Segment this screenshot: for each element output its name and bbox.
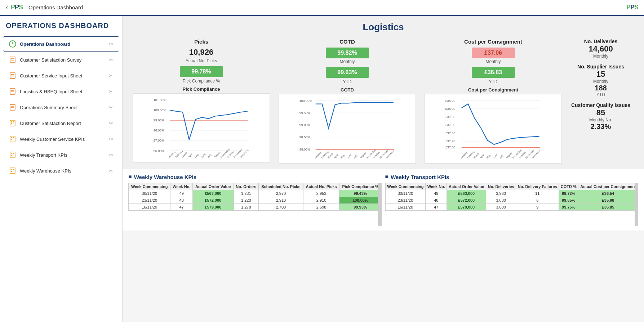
wt-order-value-0: £563,000 (447, 190, 486, 197)
picks-title: Picks (133, 39, 270, 45)
ww-col-actual-picks: Actual No. Picks (303, 183, 339, 190)
weekly-transport-table-wrapper: Week Commencing Week No. Actual Order Va… (385, 183, 639, 226)
dashboard-icon (9, 40, 16, 48)
cost-chart-svg: £38.20 £38.00 £37.80 £37.60 £37.40 £37.2… (426, 96, 560, 161)
svg-text:August: August (214, 151, 221, 158)
svg-rect-22 (11, 153, 12, 154)
cost-badge2: £36.83 (472, 67, 515, 78)
menu-toggle[interactable]: ‹ (6, 4, 8, 11)
sidebar-item-operations-dashboard[interactable]: Operations Dashboard ✂ (3, 36, 119, 52)
cotd-chart-title: COTD (279, 87, 416, 93)
no-supplier-issues-monthly-value: 15 (568, 70, 633, 79)
svg-text:June: June (493, 153, 498, 159)
sidebar-item-label-0: Operations Dashboard (20, 41, 109, 47)
edit-icon-1: ✂ (109, 57, 113, 63)
cotd-badge2-label: YTD (279, 79, 416, 84)
wt-week-no-2: 47 (426, 204, 447, 211)
ww-actual-picks-0: 2,953 (303, 190, 339, 197)
sidebar-item-operations-summary[interactable]: Operations Summary Sheet ✂ (3, 100, 119, 115)
weekly-transport-table: Week Commencing Week No. Actual Order Va… (385, 183, 639, 211)
wt-cost-per-2: £36.85 (578, 204, 638, 211)
ww-actual-picks-1: 2,910 (303, 197, 339, 204)
ww-week-no-2: 47 (170, 204, 193, 211)
ww-sched-picks-0: 2,970 (259, 190, 303, 197)
wt-cost-per-0: £36.54 (578, 190, 638, 197)
svg-text:April: April (334, 153, 339, 159)
wt-cotd-2: 99.75% (559, 204, 578, 211)
customer-quality-monthly-value: 85 (568, 108, 633, 117)
ww-sched-picks-2: 2,700 (259, 204, 303, 211)
svg-text:£37.00: £37.00 (445, 146, 456, 149)
svg-text:August: August (506, 152, 513, 159)
sidebar-item-customer-service-input-sheet[interactable]: Customer Service Input Sheet ✂ (3, 68, 119, 83)
charts-three: Picks 10,926 Actual No. Picks 99.78% Pic… (130, 39, 565, 164)
svg-rect-19 (11, 139, 12, 140)
cost-chart-title: Cost per Consignment (425, 87, 562, 93)
table-row: 23/11/20 48 £572,000 3,880 6 99.85% £35.… (385, 197, 638, 204)
svg-rect-23 (11, 155, 12, 156)
svg-text:April: April (480, 153, 485, 159)
table-row: 23/11/20 48 £572,000 1,220 2,910 2,910 1… (129, 197, 382, 204)
transport-scrollbar[interactable] (635, 183, 638, 226)
svg-text:96.00%: 96.00% (154, 149, 165, 153)
wt-cost-per-1: £35.98 (578, 197, 638, 204)
cost-column: Cost per Consignment £37.06 Monthly £36.… (422, 39, 565, 164)
content-area: Logistics Picks 10,926 Actual No. Picks … (123, 16, 644, 322)
svg-text:June: June (201, 153, 206, 158)
ww-col-week-no: Week No. (170, 183, 193, 190)
weekly-cs-icon (9, 135, 16, 143)
ww-week-commencing-2: 16/11/20 (129, 204, 170, 211)
cotd-chart-svg: 100.00% 99.50% 99.00% 98.50% 98.00% (280, 96, 414, 161)
wt-order-value-1: £572,000 (447, 197, 486, 204)
table-row: 30/11/20 49 £563,000 3,960 11 99.72% £36… (385, 190, 638, 197)
sidebar-item-weekly-cs-kpis[interactable]: Weekly Customer Service KPIs ✂ (3, 131, 119, 147)
svg-text:£37.20: £37.20 (445, 139, 456, 143)
svg-text:98.50%: 98.50% (299, 135, 311, 139)
ww-col-order-value: Actual Order Value (193, 183, 234, 190)
cost-title: Cost per Consignment (425, 39, 562, 45)
no-supplier-issues-block: No. Supplier Issues 15 Monthly 188 YTD (568, 64, 633, 97)
svg-rect-26 (11, 169, 12, 170)
picks-chart-svg: 101.00% 100.00% 99.00% 98.00% 97.00% 96.… (134, 95, 268, 160)
no-supplier-issues-ytd-label: YTD (568, 92, 633, 97)
weekly-warehouse-table: Week Commencing Week No. Actual Order Va… (128, 183, 382, 211)
cotd-column: COTD 99.82% Monthly 99.63% YTD COTD 100.… (276, 39, 419, 164)
wt-delivery-failures-0: 11 (516, 190, 559, 197)
svg-text:100.00%: 100.00% (154, 108, 166, 112)
sidebar-item-customer-satisfaction-report[interactable]: Customer Satisfaction Report ✂ (3, 116, 119, 131)
logistics-title: Logistics (130, 22, 637, 33)
sidebar-item-logistics-hseq[interactable]: Logistics & HSEQ Input Sheet ✂ (3, 84, 119, 99)
picks-badge1-label: Pick Compliance % (133, 79, 270, 84)
no-deliveries-block: No. Deliveries 14,600 Monthly (568, 39, 633, 59)
top-bar-title: Operations Dashboard (28, 4, 83, 10)
ww-no-orders-0: 1,231 (234, 190, 259, 197)
sidebar: OPERATIONS DASHBOARD Operations Dashboar… (0, 16, 123, 322)
cost-badge1-label: Monthly (425, 59, 562, 64)
sidebar-item-weekly-transport-kpis[interactable]: Weekly Transport KPIs ✂ (3, 147, 119, 162)
wt-col-delivery-failures: No. Delivery Failures (516, 183, 559, 190)
weekly-warehouse-block: ■ Weekly Warehouse KPIs Week Commencing … (128, 174, 382, 226)
main-layout: OPERATIONS DASHBOARD Operations Dashboar… (0, 16, 644, 322)
svg-rect-24 (13, 153, 14, 154)
kpi-charts-area: Picks 10,926 Actual No. Picks 99.78% Pic… (130, 39, 637, 164)
sidebar-item-weekly-warehouse-kpis[interactable]: Weekly Warehouse KPIs ✂ (3, 163, 119, 178)
transport-title-icon: ■ (385, 174, 389, 180)
logistics-input-icon (9, 88, 16, 95)
warehouse-scrollbar[interactable] (378, 183, 382, 226)
svg-text:97.00%: 97.00% (154, 139, 165, 142)
warehouse-title-icon: ■ (128, 174, 132, 180)
svg-text:March: March (473, 152, 480, 159)
svg-text:101.00%: 101.00% (154, 98, 166, 102)
picks-column: Picks 10,926 Actual No. Picks 99.78% Pic… (130, 39, 273, 164)
wt-week-no-1: 48 (426, 197, 447, 204)
cost-badge2-label: YTD (425, 79, 562, 84)
sidebar-item-label-2: Customer Service Input Sheet (20, 73, 109, 79)
svg-rect-18 (11, 137, 12, 138)
summary-icon (9, 104, 16, 111)
sidebar-item-customer-satisfaction-survey[interactable]: Customer Satisfaction Survey ✂ (3, 52, 119, 67)
no-supplier-issues-monthly-label: Monthly (568, 79, 633, 84)
svg-text:April: April (188, 153, 194, 158)
table-row: 16/11/20 47 £579,000 3,600 9 99.75% £36.… (385, 204, 638, 211)
picks-value-label: Actual No. Picks (133, 58, 270, 63)
ww-week-no-0: 49 (170, 190, 193, 197)
